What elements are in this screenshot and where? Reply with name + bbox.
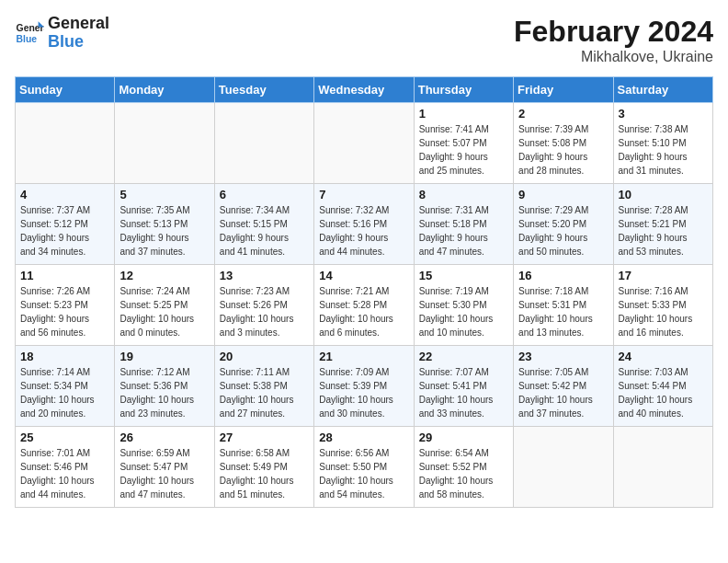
day-info: Sunrise: 7:16 AM Sunset: 5:33 PM Dayligh… <box>619 284 708 339</box>
day-info: Sunrise: 7:01 AM Sunset: 5:46 PM Dayligh… <box>20 446 109 501</box>
calendar-cell: 22Sunrise: 7:07 AM Sunset: 5:41 PM Dayli… <box>414 346 513 427</box>
day-number: 19 <box>119 350 209 363</box>
day-number: 1 <box>419 107 508 121</box>
calendar-cell: 9Sunrise: 7:29 AM Sunset: 5:20 PM Daylig… <box>514 184 613 265</box>
calendar-cell: 23Sunrise: 7:05 AM Sunset: 5:42 PM Dayli… <box>514 346 613 427</box>
col-header-wednesday: Wednesday <box>314 77 414 103</box>
calendar-cell: 20Sunrise: 7:11 AM Sunset: 5:38 PM Dayli… <box>214 346 313 427</box>
col-header-thursday: Thursday <box>414 77 513 103</box>
day-number: 7 <box>319 188 408 201</box>
day-number: 21 <box>319 350 408 363</box>
day-info: Sunrise: 7:07 AM Sunset: 5:41 PM Dayligh… <box>419 365 508 420</box>
day-number: 16 <box>518 269 608 282</box>
day-number: 26 <box>119 431 209 444</box>
calendar-cell: 27Sunrise: 6:58 AM Sunset: 5:49 PM Dayli… <box>214 427 313 508</box>
calendar-cell <box>314 103 414 184</box>
day-info: Sunrise: 7:41 AM Sunset: 5:07 PM Dayligh… <box>419 122 508 178</box>
day-info: Sunrise: 7:19 AM Sunset: 5:30 PM Dayligh… <box>419 284 508 339</box>
calendar-cell: 6Sunrise: 7:34 AM Sunset: 5:15 PM Daylig… <box>214 184 313 265</box>
day-info: Sunrise: 7:18 AM Sunset: 5:31 PM Dayligh… <box>518 284 608 339</box>
day-number: 2 <box>518 107 608 121</box>
day-info: Sunrise: 6:56 AM Sunset: 5:50 PM Dayligh… <box>319 446 408 501</box>
calendar-cell: 29Sunrise: 6:54 AM Sunset: 5:52 PM Dayli… <box>414 427 513 508</box>
calendar-week-row: 4Sunrise: 7:37 AM Sunset: 5:12 PM Daylig… <box>16 184 713 265</box>
calendar-week-row: 11Sunrise: 7:26 AM Sunset: 5:23 PM Dayli… <box>16 265 713 346</box>
calendar-cell: 12Sunrise: 7:24 AM Sunset: 5:25 PM Dayli… <box>115 265 214 346</box>
day-number: 27 <box>220 431 309 444</box>
calendar-cell: 5Sunrise: 7:35 AM Sunset: 5:13 PM Daylig… <box>115 184 214 265</box>
calendar-cell <box>115 103 214 184</box>
day-number: 23 <box>518 350 608 363</box>
title-block: February 2024 Mikhalkove, Ukraine <box>514 15 713 65</box>
calendar-table: SundayMondayTuesdayWednesdayThursdayFrid… <box>15 76 713 508</box>
day-info: Sunrise: 7:03 AM Sunset: 5:44 PM Dayligh… <box>619 365 708 420</box>
svg-text:Blue: Blue <box>17 33 38 43</box>
calendar-body: 1Sunrise: 7:41 AM Sunset: 5:07 PM Daylig… <box>16 103 713 508</box>
day-info: Sunrise: 7:35 AM Sunset: 5:13 PM Dayligh… <box>119 203 209 259</box>
calendar-cell: 14Sunrise: 7:21 AM Sunset: 5:28 PM Dayli… <box>314 265 414 346</box>
logo: General Blue General Blue <box>15 15 109 52</box>
day-number: 5 <box>119 188 209 201</box>
calendar-cell: 3Sunrise: 7:38 AM Sunset: 5:10 PM Daylig… <box>613 103 712 184</box>
calendar-cell: 18Sunrise: 7:14 AM Sunset: 5:34 PM Dayli… <box>16 346 115 427</box>
calendar-cell: 16Sunrise: 7:18 AM Sunset: 5:31 PM Dayli… <box>514 265 613 346</box>
calendar-week-row: 18Sunrise: 7:14 AM Sunset: 5:34 PM Dayli… <box>16 346 713 427</box>
day-info: Sunrise: 7:23 AM Sunset: 5:26 PM Dayligh… <box>220 284 309 339</box>
day-number: 6 <box>220 188 309 201</box>
day-number: 24 <box>619 350 708 363</box>
calendar-cell: 1Sunrise: 7:41 AM Sunset: 5:07 PM Daylig… <box>414 103 513 184</box>
day-number: 13 <box>220 269 309 282</box>
day-number: 17 <box>619 269 708 282</box>
day-info: Sunrise: 7:28 AM Sunset: 5:21 PM Dayligh… <box>619 203 708 259</box>
calendar-cell: 24Sunrise: 7:03 AM Sunset: 5:44 PM Dayli… <box>613 346 712 427</box>
calendar-cell <box>16 103 115 184</box>
logo-icon: General Blue <box>15 18 44 48</box>
calendar-week-row: 25Sunrise: 7:01 AM Sunset: 5:46 PM Dayli… <box>16 427 713 508</box>
day-number: 15 <box>419 269 508 282</box>
calendar-cell: 8Sunrise: 7:31 AM Sunset: 5:18 PM Daylig… <box>414 184 513 265</box>
day-number: 14 <box>319 269 408 282</box>
calendar-cell: 7Sunrise: 7:32 AM Sunset: 5:16 PM Daylig… <box>314 184 414 265</box>
calendar-cell: 21Sunrise: 7:09 AM Sunset: 5:39 PM Dayli… <box>314 346 414 427</box>
col-header-tuesday: Tuesday <box>214 77 313 103</box>
day-number: 28 <box>319 431 408 444</box>
day-number: 10 <box>619 188 708 201</box>
day-number: 25 <box>20 431 109 444</box>
col-header-friday: Friday <box>514 77 613 103</box>
calendar-cell: 10Sunrise: 7:28 AM Sunset: 5:21 PM Dayli… <box>613 184 712 265</box>
day-info: Sunrise: 7:37 AM Sunset: 5:12 PM Dayligh… <box>20 203 109 259</box>
day-number: 12 <box>119 269 209 282</box>
day-info: Sunrise: 7:26 AM Sunset: 5:23 PM Dayligh… <box>20 284 109 339</box>
day-info: Sunrise: 6:58 AM Sunset: 5:49 PM Dayligh… <box>220 446 309 501</box>
day-info: Sunrise: 6:59 AM Sunset: 5:47 PM Dayligh… <box>119 446 209 501</box>
day-info: Sunrise: 7:14 AM Sunset: 5:34 PM Dayligh… <box>20 365 109 420</box>
day-info: Sunrise: 6:54 AM Sunset: 5:52 PM Dayligh… <box>419 446 508 501</box>
calendar-cell: 15Sunrise: 7:19 AM Sunset: 5:30 PM Dayli… <box>414 265 513 346</box>
calendar-cell: 19Sunrise: 7:12 AM Sunset: 5:36 PM Dayli… <box>115 346 214 427</box>
day-number: 8 <box>419 188 508 201</box>
calendar-cell <box>214 103 313 184</box>
calendar-cell: 2Sunrise: 7:39 AM Sunset: 5:08 PM Daylig… <box>514 103 613 184</box>
day-number: 3 <box>619 107 708 121</box>
calendar-cell: 4Sunrise: 7:37 AM Sunset: 5:12 PM Daylig… <box>16 184 115 265</box>
calendar-cell <box>613 427 712 508</box>
day-info: Sunrise: 7:34 AM Sunset: 5:15 PM Dayligh… <box>220 203 309 259</box>
calendar-header-row: SundayMondayTuesdayWednesdayThursdayFrid… <box>16 77 713 103</box>
day-info: Sunrise: 7:38 AM Sunset: 5:10 PM Dayligh… <box>619 122 708 178</box>
day-info: Sunrise: 7:39 AM Sunset: 5:08 PM Dayligh… <box>518 122 608 178</box>
day-info: Sunrise: 7:31 AM Sunset: 5:18 PM Dayligh… <box>419 203 508 259</box>
calendar-cell: 13Sunrise: 7:23 AM Sunset: 5:26 PM Dayli… <box>214 265 313 346</box>
month-title: February 2024 <box>514 15 713 49</box>
calendar-cell: 17Sunrise: 7:16 AM Sunset: 5:33 PM Dayli… <box>613 265 712 346</box>
calendar-cell: 26Sunrise: 6:59 AM Sunset: 5:47 PM Dayli… <box>115 427 214 508</box>
day-info: Sunrise: 7:12 AM Sunset: 5:36 PM Dayligh… <box>119 365 209 420</box>
day-number: 11 <box>20 269 109 282</box>
day-info: Sunrise: 7:32 AM Sunset: 5:16 PM Dayligh… <box>319 203 408 259</box>
calendar-cell <box>514 427 613 508</box>
day-number: 29 <box>419 431 508 444</box>
day-info: Sunrise: 7:21 AM Sunset: 5:28 PM Dayligh… <box>319 284 408 339</box>
day-info: Sunrise: 7:05 AM Sunset: 5:42 PM Dayligh… <box>518 365 608 420</box>
day-info: Sunrise: 7:09 AM Sunset: 5:39 PM Dayligh… <box>319 365 408 420</box>
day-number: 9 <box>518 188 608 201</box>
calendar-week-row: 1Sunrise: 7:41 AM Sunset: 5:07 PM Daylig… <box>16 103 713 184</box>
